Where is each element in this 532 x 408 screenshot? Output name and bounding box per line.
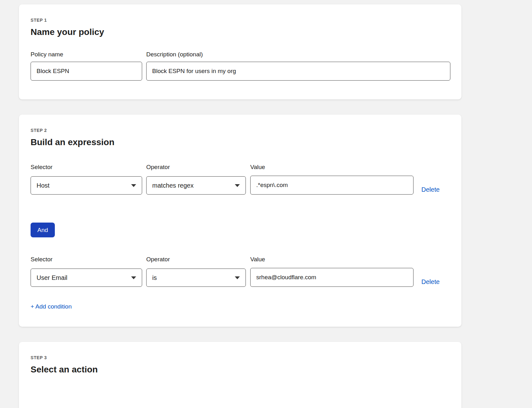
condition-row: User Email is Delete	[31, 268, 450, 287]
chevron-down-icon	[235, 184, 240, 187]
selector-dropdown[interactable]: User Email	[31, 269, 142, 287]
value-input[interactable]	[250, 176, 413, 195]
step1-title: Name your policy	[31, 27, 450, 37]
step2-title: Build an expression	[31, 137, 450, 147]
value-input[interactable]	[250, 268, 413, 287]
and-button[interactable]: And	[31, 223, 55, 237]
policy-name-input[interactable]	[31, 62, 142, 81]
step1-card: STEP 1 Name your policy Policy name Desc…	[19, 4, 461, 99]
delete-condition-link[interactable]: Delete	[421, 186, 440, 193]
chevron-down-icon	[131, 184, 136, 187]
selector-dropdown-value: Host	[37, 182, 49, 189]
selector-dropdown[interactable]: Host	[31, 176, 142, 195]
operator-column-label: Operator	[146, 256, 246, 263]
operator-dropdown-value: is	[152, 274, 157, 281]
step3-card: STEP 3 Select an action	[19, 342, 461, 408]
description-label: Description (optional)	[146, 51, 203, 58]
value-column-label: Value	[250, 164, 413, 171]
selector-dropdown-value: User Email	[37, 274, 67, 281]
value-column-label: Value	[250, 256, 413, 263]
step3-label: STEP 3	[31, 355, 450, 360]
chevron-down-icon	[235, 276, 240, 279]
operator-dropdown-value: matches regex	[152, 182, 194, 189]
condition-row: Host matches regex Delete	[31, 176, 450, 195]
selector-column-label: Selector	[31, 164, 142, 171]
policy-name-label: Policy name	[31, 51, 142, 58]
selector-column-label: Selector	[31, 256, 142, 263]
operator-dropdown[interactable]: is	[146, 269, 246, 287]
chevron-down-icon	[131, 276, 136, 279]
step2-card: STEP 2 Build an expression Selector Oper…	[19, 115, 461, 327]
add-condition-link[interactable]: + Add condition	[31, 303, 72, 310]
operator-dropdown[interactable]: matches regex	[146, 176, 246, 195]
delete-condition-link[interactable]: Delete	[421, 278, 440, 286]
description-input[interactable]	[146, 62, 450, 81]
step1-label: STEP 1	[31, 18, 450, 23]
step3-title: Select an action	[31, 365, 450, 375]
step2-label: STEP 2	[31, 128, 450, 133]
operator-column-label: Operator	[146, 164, 246, 171]
